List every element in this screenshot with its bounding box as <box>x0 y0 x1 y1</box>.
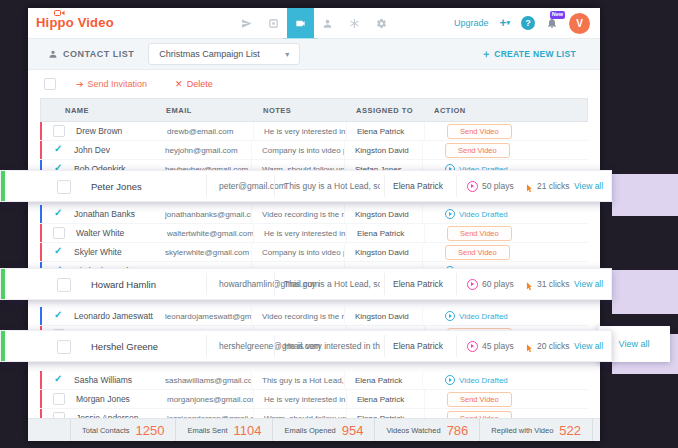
chevron-down-icon: ▾ <box>285 50 289 59</box>
contact-notes: This guy is a Hot Lead, so... <box>284 181 380 191</box>
select-all-checkbox[interactable] <box>44 78 56 90</box>
lavender-panel <box>612 174 678 216</box>
notifications-bell-icon[interactable]: New <box>546 17 558 29</box>
table-row[interactable]: John Dev heyjohn@gmail.com Company is in… <box>40 141 588 160</box>
row-color-bar <box>40 307 42 325</box>
view-all-link[interactable]: View all <box>574 279 603 289</box>
contact-email: heyjohn@gmail.com <box>155 141 252 159</box>
row-checkbox[interactable] <box>53 227 65 239</box>
row-checkbox[interactable] <box>53 209 63 219</box>
table-row[interactable]: Skyler White skylerwhite@gmail.com Compa… <box>40 243 588 262</box>
row-checkbox[interactable] <box>57 278 71 292</box>
plays-count: 50 plays <box>482 181 514 191</box>
contact-assigned: Kingston David <box>345 205 423 223</box>
create-new-button[interactable]: +▾ <box>499 16 510 30</box>
row-checkbox[interactable] <box>53 375 63 385</box>
send-video-button[interactable]: Send Video <box>447 226 512 241</box>
stat-replied-with-video: Replied with Video522 <box>480 419 593 441</box>
table-row[interactable]: Leonardo Jameswatt leonardojameswatt@gma… <box>40 307 588 326</box>
contact-notes: He is very interested in the prod... <box>284 341 380 351</box>
contact-notes: He is very interested in the prod... <box>254 390 347 408</box>
view-all-link[interactable]: View all <box>574 341 603 351</box>
view-all-link[interactable]: View all <box>619 339 650 349</box>
dropdown-value: Christmas Campaign List <box>159 49 260 59</box>
row-color-bar <box>40 371 42 389</box>
divider <box>274 335 275 357</box>
delete-button[interactable]: ✕Delete <box>175 79 213 89</box>
video-drafted-status: Video Drafted <box>445 375 508 385</box>
divider <box>456 335 457 357</box>
contact-notes: Company is into video produ... <box>252 243 345 261</box>
app-window: Hippo Video Upgrade +▾ ? New V CONTACT L… <box>28 8 600 441</box>
send-video-button[interactable]: Send Video <box>447 124 512 139</box>
create-new-list-button[interactable]: ＋CREATE NEW LIST <box>481 47 576 61</box>
upgrade-link[interactable]: Upgrade <box>454 18 489 28</box>
divider <box>206 335 207 357</box>
campaign-list-dropdown[interactable]: Christmas Campaign List ▾ <box>148 43 300 65</box>
table-row[interactable]: Walter White waltertwhite@gmail.com He i… <box>40 224 588 243</box>
row-checkbox[interactable] <box>57 340 71 354</box>
send-invitation-button[interactable]: ➔Send Invitation <box>76 79 147 89</box>
row-checkbox[interactable] <box>53 247 63 257</box>
contact-email: sashawilliams@gmail.com <box>155 371 252 389</box>
row-color-bar <box>1 269 5 299</box>
row-checkbox[interactable] <box>53 393 65 405</box>
send-icon[interactable] <box>233 8 260 38</box>
contact-name: Leonardo Jameswatt <box>63 307 155 325</box>
divider <box>274 175 275 197</box>
table-toolbar: ➔Send Invitation ✕Delete <box>28 70 600 98</box>
send-video-button[interactable]: Send Video <box>445 143 510 158</box>
play-circle-icon <box>445 375 455 385</box>
clicks-count: 21 clicks <box>537 181 570 191</box>
row-color-bar <box>40 141 42 159</box>
stat-total-contacts: Total Contacts1250 <box>70 419 176 441</box>
contact-email: drewb@email.com <box>157 122 254 140</box>
expanded-contact-row[interactable]: Hershel Greene hershelgreene@gmail.com H… <box>0 330 612 362</box>
contact-assigned: Kingston David <box>345 141 423 159</box>
contact-assigned: Kingston David <box>345 243 423 261</box>
row-checkbox[interactable] <box>53 145 63 155</box>
integrations-icon[interactable] <box>341 8 368 38</box>
table-row[interactable]: Jonathan Banks jonathanbanks@gmail.com V… <box>40 205 588 224</box>
video-library-icon[interactable] <box>287 8 314 38</box>
help-icon[interactable]: ? <box>521 16 535 30</box>
arrow-right-icon: ➔ <box>76 79 84 89</box>
table-header-row: NAME EMAIL NOTES ASSIGNED TO ACTION <box>40 98 588 122</box>
header-right-cluster: Upgrade +▾ ? New V <box>454 8 590 38</box>
contacts-icon[interactable] <box>314 8 341 38</box>
row-checkbox[interactable] <box>57 180 71 194</box>
recordings-icon[interactable] <box>260 8 287 38</box>
row-checkbox[interactable] <box>53 125 65 137</box>
table-row[interactable]: Drew Brown drewb@email.com He is very in… <box>40 122 588 141</box>
person-icon <box>48 49 58 59</box>
settings-gear-icon[interactable] <box>368 8 395 38</box>
column-header-notes: NOTES <box>253 106 346 115</box>
clicks-icon <box>524 340 534 351</box>
clicks-icon <box>524 180 534 191</box>
view-all-link[interactable]: View all <box>574 181 603 191</box>
contact-email: jonathanbanks@gmail.com <box>155 205 252 223</box>
row-checkbox[interactable] <box>53 311 63 321</box>
contact-name: Howard Hamlin <box>91 279 156 290</box>
send-video-button[interactable]: Send Video <box>447 392 512 407</box>
user-avatar[interactable]: V <box>569 13 590 34</box>
column-header-action: ACTION <box>424 106 587 115</box>
stats-footer: Total Contacts1250 Emails Sent1104 Email… <box>28 418 600 441</box>
divider <box>384 175 385 197</box>
contact-name: Walter White <box>65 224 157 242</box>
contact-name: Jonathan Banks <box>63 205 155 223</box>
new-badge: New <box>550 11 565 19</box>
plays-icon <box>467 341 478 352</box>
contact-name: Peter Jones <box>91 181 142 192</box>
divider <box>384 335 385 357</box>
expanded-contact-row[interactable]: Peter Jones peter@gmail.com This guy is … <box>0 170 612 202</box>
contact-list-label: CONTACT LIST <box>48 49 134 59</box>
plays-icon <box>467 279 478 290</box>
video-drafted-status: Video Drafted <box>445 209 508 219</box>
expanded-contact-row[interactable]: Howard Hamlin howardhamlin@gmail.com Thi… <box>0 268 612 300</box>
table-row[interactable]: Morgan Jones morganjones@gmail.com He is… <box>40 390 588 409</box>
contact-name: Hershel Greene <box>91 341 158 352</box>
send-video-button[interactable]: Send Video <box>445 245 510 260</box>
table-row[interactable]: Sasha Williams sashawilliams@gmail.com T… <box>40 371 588 390</box>
row-color-bar <box>1 331 5 361</box>
